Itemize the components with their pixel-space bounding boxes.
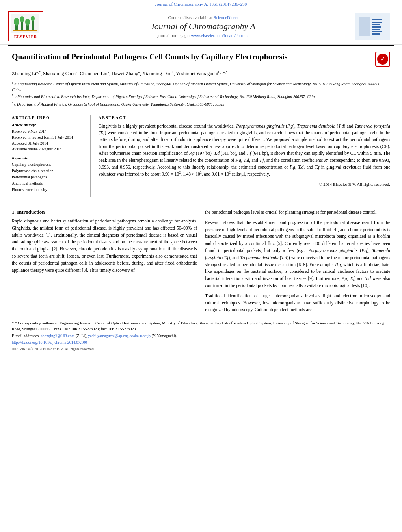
journal-homepage: journal homepage: www.elsevier.com/locat… <box>51 33 355 38</box>
svg-point-1 <box>14 18 19 26</box>
elsevier-label: ELSEVIER <box>11 35 40 39</box>
article-info-col: ARTICLE INFO Article history: Received 9… <box>12 115 91 197</box>
crossmark-logo: ✓ <box>375 52 390 67</box>
journal-citation: Journal of Chromatography A, 1361 (2014)… <box>155 2 247 6</box>
intro-heading: 1. Introduction <box>12 209 197 215</box>
elsevier-tree-icon <box>13 16 37 31</box>
abstract-copyright: © 2014 Elsevier B.V. All rights reserved… <box>99 182 390 187</box>
available-online-date: Available online 7 August 2014 <box>12 146 86 152</box>
abstract-paragraph: Gingivitis is a highly prevalent periodo… <box>99 123 390 178</box>
email-line: E-mail addresses: zhenqingli@163.com (Z.… <box>12 333 390 339</box>
journal-header: ELSEVIER Contents lists available at Sci… <box>0 8 402 45</box>
svg-rect-6 <box>32 20 34 30</box>
keyword-1: Capillary electrophoresis <box>12 161 86 168</box>
doi-text: http://dx.doi.org/10.1016/j.chroma.2014.… <box>12 340 87 345</box>
homepage-link[interactable]: www.elsevier.com/locate/chroma <box>191 33 249 38</box>
svg-rect-14 <box>372 26 381 28</box>
svg-rect-11 <box>372 19 382 20</box>
svg-rect-8 <box>13 30 37 31</box>
intro-paragraph-4: Traditional identification of target mic… <box>205 293 390 313</box>
history-title: Article history: <box>12 123 86 127</box>
content-columns: ARTICLE INFO Article history: Received 9… <box>12 111 390 197</box>
keywords-group: Keywords: Capillary electrophoresis Poly… <box>12 156 86 193</box>
email1[interactable]: zhenqingli@163.com <box>41 334 74 338</box>
abstract-text: Gingivitis is a highly prevalent periodo… <box>99 123 390 178</box>
svg-text:✓: ✓ <box>380 56 385 62</box>
keyword-3: Periodontal pathogens <box>12 174 86 180</box>
article-body: Quantification of Periodontal Pathogens … <box>0 46 402 201</box>
intro-paragraph-1: Rapid diagnosis and better quantificatio… <box>12 218 197 274</box>
accepted-date: Accepted 31 July 2014 <box>12 140 86 146</box>
journal-logo-image <box>357 15 388 38</box>
elsevier-logo-box: ELSEVIER <box>8 11 43 41</box>
article-title: Quantification of Periodontal Pathogens … <box>12 52 371 62</box>
svg-point-3 <box>20 16 24 22</box>
journal-small-logo <box>355 13 390 40</box>
doi-line[interactable]: http://dx.doi.org/10.1016/j.chroma.2014.… <box>12 339 390 345</box>
article-info-label: ARTICLE INFO <box>12 115 86 120</box>
email1-note: (Z. Li), <box>76 334 87 338</box>
elsevier-logo-image <box>11 14 39 33</box>
sciencedirect-prefix: Contents lists available at <box>168 15 213 20</box>
keywords-title: Keywords: <box>12 156 86 160</box>
keyword-4: Analytical methods <box>12 180 86 187</box>
sciencedirect-line: Contents lists available at ScienceDirec… <box>51 15 355 20</box>
journal-citation-bar: Journal of Chromatography A, 1361 (2014)… <box>0 0 402 8</box>
article-history: Article history: Received 9 May 2014 Rec… <box>12 123 86 152</box>
intro-paragraph-3: Research shows that the establishment an… <box>205 219 390 289</box>
corresponding-text: * Corresponding authors at: Engineering … <box>12 321 384 331</box>
footnotes: * * Corresponding authors at: Engineerin… <box>0 317 402 354</box>
svg-rect-17 <box>372 33 380 35</box>
received-revised-date: Received in revised form 31 July 2014 <box>12 134 86 140</box>
header-center: Contents lists available at ScienceDirec… <box>51 15 355 38</box>
elsevier-logo-container: ELSEVIER <box>8 11 43 41</box>
affiliation-c: c c Department of Applied Physics, Gradu… <box>12 101 390 107</box>
keywords-list: Capillary electrophoresis Polymerase cha… <box>12 161 86 193</box>
intro-right-col: the periodontal pathogen level is crucia… <box>205 209 390 317</box>
affiliations: a a Engineering Research Center of Optic… <box>12 81 390 107</box>
crossmark-icon: ✓ <box>376 53 389 65</box>
authors-line: Zhenqing Lia,*, Shaoxiong Chena, Chenche… <box>12 70 390 78</box>
corresponding-note: * * Corresponding authors at: Engineerin… <box>12 320 390 332</box>
sciencedirect-link[interactable]: ScienceDirect <box>214 15 238 20</box>
introduction-section: 1. Introduction Rapid diagnosis and bett… <box>0 209 402 317</box>
svg-rect-12 <box>372 22 382 23</box>
intro-left-col: 1. Introduction Rapid diagnosis and bett… <box>12 209 197 317</box>
abstract-col: ABSTRACT Gingivitis is a highly prevalen… <box>99 115 390 197</box>
affiliation-a: a a Engineering Research Center of Optic… <box>12 81 390 93</box>
svg-rect-13 <box>372 24 380 25</box>
journal-title-header: Journal of Chromatography A <box>51 21 355 32</box>
abstract-label: ABSTRACT <box>99 115 390 120</box>
svg-point-5 <box>25 19 30 26</box>
affiliation-b: b b Photonics and Bio-medical Research I… <box>12 93 390 100</box>
keyword-2: Polymerase chain reaction <box>12 168 86 174</box>
email-label: E-mail addresses: <box>12 334 41 338</box>
svg-point-7 <box>31 16 35 21</box>
article-title-section: Quantification of Periodontal Pathogens … <box>12 52 390 67</box>
homepage-prefix: journal homepage: <box>157 33 191 38</box>
received-date: Received 9 May 2014 <box>12 128 86 134</box>
intro-paragraph-2: the periodontal pathogen level is crucia… <box>205 209 390 216</box>
email2-note: (Y. Yamaguchi). <box>151 334 177 338</box>
svg-rect-10 <box>359 17 370 36</box>
svg-rect-16 <box>372 31 382 32</box>
header-right-logo <box>355 13 394 40</box>
section-divider <box>12 205 390 205</box>
svg-rect-15 <box>372 29 380 30</box>
footnote-star: * <box>12 321 15 325</box>
email2[interactable]: yashi.yamaguchi@ap.eng.osaka-u.ac.jp <box>88 334 151 338</box>
issn-copyright: 0021-9673/© 2014 Elsevier B.V. All right… <box>12 346 390 352</box>
keyword-5: Fluorescence intensity <box>12 187 86 193</box>
